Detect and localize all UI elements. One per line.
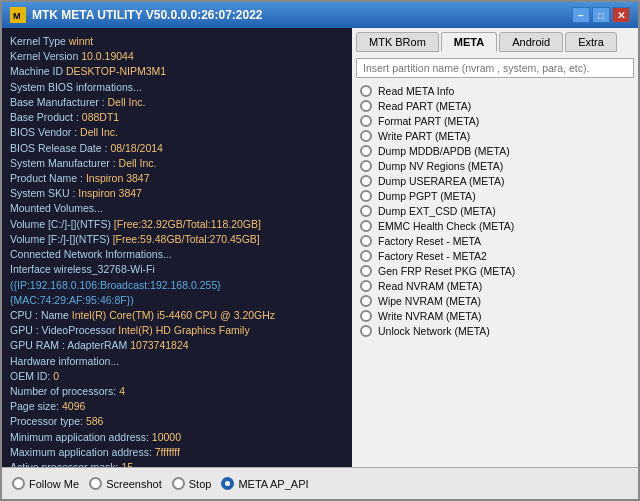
option-label: Wipe NVRAM (META)	[378, 295, 481, 307]
info-line: GPU RAM : AdapterRAM 1073741824	[10, 338, 344, 353]
stop-item: Stop	[172, 477, 212, 490]
main-window: M MTK META UTILITY V50.0.0.0:26:07:2022 …	[0, 0, 640, 501]
option-item[interactable]: Dump PGPT (META)	[356, 189, 634, 203]
meta-ap-api-radio[interactable]	[221, 477, 234, 490]
option-radio[interactable]	[360, 235, 372, 247]
option-radio[interactable]	[360, 85, 372, 97]
option-item[interactable]: Wipe NVRAM (META)	[356, 294, 634, 308]
info-line: System SKU : Inspiron 3847	[10, 186, 344, 201]
option-label: Write NVRAM (META)	[378, 310, 481, 322]
info-line: Number of processors: 4	[10, 384, 344, 399]
option-radio[interactable]	[360, 295, 372, 307]
option-radio[interactable]	[360, 130, 372, 142]
tab-extra[interactable]: Extra	[565, 32, 617, 52]
option-label: Write PART (META)	[378, 130, 470, 142]
maximize-button[interactable]: □	[592, 7, 610, 23]
option-item[interactable]: Dump USERAREA (META)	[356, 174, 634, 188]
option-radio[interactable]	[360, 190, 372, 202]
option-radio[interactable]	[360, 145, 372, 157]
option-label: Factory Reset - META2	[378, 250, 487, 262]
option-item[interactable]: Read PART (META)	[356, 99, 634, 113]
option-item[interactable]: Factory Reset - META	[356, 234, 634, 248]
option-item[interactable]: Dump NV Regions (META)	[356, 159, 634, 173]
option-radio[interactable]	[360, 250, 372, 262]
follow-me-radio[interactable]	[12, 477, 25, 490]
option-label: Dump USERAREA (META)	[378, 175, 504, 187]
option-radio[interactable]	[360, 265, 372, 277]
option-radio[interactable]	[360, 280, 372, 292]
info-line: Volume [F:/]-[](NTFS) [Free:59.48GB/Tota…	[10, 232, 344, 247]
info-line: Machine ID DESKTOP-NIPM3M1	[10, 64, 344, 79]
option-label: Unlock Network (META)	[378, 325, 490, 337]
screenshot-label: Screenshot	[106, 478, 162, 490]
info-line: Product Name : Inspiron 3847	[10, 171, 344, 186]
bottom-bar: Follow Me Screenshot Stop META AP_API	[2, 467, 638, 499]
info-line: Active processor mask: 15	[10, 460, 344, 467]
partition-search-input[interactable]	[356, 58, 634, 78]
info-line: Connected Network Informations...	[10, 247, 344, 262]
info-line: BIOS Release Date : 08/18/2014	[10, 141, 344, 156]
option-label: Dump NV Regions (META)	[378, 160, 503, 172]
info-line: System Manufacturer : Dell Inc.	[10, 156, 344, 171]
tab-android[interactable]: Android	[499, 32, 563, 52]
info-line: Maximum application address: 7fffffff	[10, 445, 344, 460]
option-radio[interactable]	[360, 205, 372, 217]
screenshot-radio[interactable]	[89, 477, 102, 490]
option-item[interactable]: Dump MDDB/APDB (META)	[356, 144, 634, 158]
tab-bar: MTK BRomMETAAndroidExtra	[356, 32, 634, 52]
option-label: Read META Info	[378, 85, 454, 97]
system-info-panel: Kernel Type winntKernel Version 10.0.190…	[2, 28, 352, 467]
option-radio[interactable]	[360, 100, 372, 112]
tab-mtk-brom[interactable]: MTK BRom	[356, 32, 439, 52]
option-item[interactable]: Factory Reset - META2	[356, 249, 634, 263]
stop-label: Stop	[189, 478, 212, 490]
info-line: Kernel Type winnt	[10, 34, 344, 49]
minimize-button[interactable]: −	[572, 7, 590, 23]
option-item[interactable]: Unlock Network (META)	[356, 324, 634, 338]
svg-text:M: M	[13, 11, 21, 21]
option-label: Dump MDDB/APDB (META)	[378, 145, 510, 157]
content-area: Kernel Type winntKernel Version 10.0.190…	[2, 28, 638, 467]
option-radio[interactable]	[360, 160, 372, 172]
info-line: Base Manufacturer : Dell Inc.	[10, 95, 344, 110]
option-label: Factory Reset - META	[378, 235, 481, 247]
option-label: Format PART (META)	[378, 115, 479, 127]
option-label: EMMC Health Check (META)	[378, 220, 514, 232]
stop-radio[interactable]	[172, 477, 185, 490]
close-button[interactable]: ✕	[612, 7, 630, 23]
window-controls: − □ ✕	[572, 7, 630, 23]
option-radio[interactable]	[360, 325, 372, 337]
option-item[interactable]: Dump EXT_CSD (META)	[356, 204, 634, 218]
info-line: Mounted Volumes...	[10, 201, 344, 216]
option-item[interactable]: Gen FRP Reset PKG (META)	[356, 264, 634, 278]
meta-ap-api-item: META AP_API	[221, 477, 308, 490]
option-radio[interactable]	[360, 220, 372, 232]
option-item[interactable]: Write NVRAM (META)	[356, 309, 634, 323]
info-line: CPU : Name Intel(R) Core(TM) i5-4460 CPU…	[10, 308, 344, 323]
option-item[interactable]: EMMC Health Check (META)	[356, 219, 634, 233]
options-list: Read META InfoRead PART (META)Format PAR…	[356, 84, 634, 463]
info-line: System BIOS informations...	[10, 80, 344, 95]
screenshot-item: Screenshot	[89, 477, 162, 490]
info-line: Kernel Version 10.0.19044	[10, 49, 344, 64]
tab-meta[interactable]: META	[441, 32, 497, 52]
info-line: Page size: 4096	[10, 399, 344, 414]
info-line: Hardware information...	[10, 354, 344, 369]
option-label: Gen FRP Reset PKG (META)	[378, 265, 515, 277]
option-item[interactable]: Write PART (META)	[356, 129, 634, 143]
option-item[interactable]: Format PART (META)	[356, 114, 634, 128]
option-label: Dump EXT_CSD (META)	[378, 205, 496, 217]
follow-me-item: Follow Me	[12, 477, 79, 490]
meta-ap-api-label: META AP_API	[238, 478, 308, 490]
option-radio[interactable]	[360, 115, 372, 127]
info-line: BIOS Vendor : Dell Inc.	[10, 125, 344, 140]
option-label: Read PART (META)	[378, 100, 471, 112]
option-radio[interactable]	[360, 310, 372, 322]
option-label: Read NVRAM (META)	[378, 280, 482, 292]
app-icon: M	[10, 7, 26, 23]
option-item[interactable]: Read NVRAM (META)	[356, 279, 634, 293]
info-line: Processor type: 586	[10, 414, 344, 429]
info-line: OEM ID: 0	[10, 369, 344, 384]
option-item[interactable]: Read META Info	[356, 84, 634, 98]
option-radio[interactable]	[360, 175, 372, 187]
